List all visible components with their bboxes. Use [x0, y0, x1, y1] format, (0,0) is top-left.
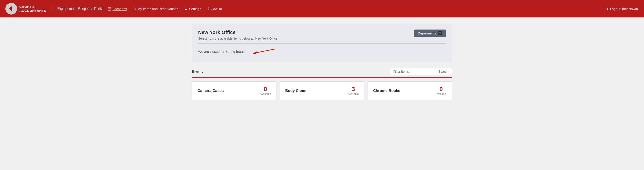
location-subtitle: Select from the available items below at…: [198, 37, 278, 40]
location-info: New York Office Select from the availabl…: [198, 29, 278, 40]
items-title: Items: [192, 69, 203, 74]
main-content: New York Office Select from the availabl…: [187, 17, 457, 107]
item-availability: 0 Available: [436, 86, 446, 95]
items-header: Items Search: [192, 68, 452, 78]
filter-input[interactable]: [390, 68, 435, 75]
notice-header: New York Office Select from the availabl…: [198, 29, 446, 40]
svg-marker-2: [253, 51, 257, 54]
logout-icon: ⊙: [605, 7, 608, 11]
item-name: Body Cams: [285, 88, 306, 93]
notice-card: New York Office Select from the availabl…: [192, 24, 452, 62]
item-available-label: Available: [260, 92, 271, 95]
item-count: 3: [348, 86, 358, 92]
header: CROFT'S ACCOUNTANTS Equipment Request Po…: [0, 0, 644, 17]
header-divider: [52, 4, 52, 13]
search-button[interactable]: Search: [435, 68, 452, 75]
item-available-label: Available: [436, 92, 446, 95]
header-nav: ☰ Locations ⊙ My Items and Reservations …: [108, 7, 222, 11]
arrow-annotation: [250, 47, 277, 56]
svg-line-1: [255, 49, 275, 53]
departments-badge: 1: [438, 31, 442, 35]
item-card[interactable]: Camera Cases 0 Available: [192, 82, 276, 100]
logout-link[interactable]: Logout: mcaslowitz: [610, 7, 638, 11]
departments-button[interactable]: Deparments 1: [414, 29, 446, 37]
logo-container: CROFT'S ACCOUNTANTS: [6, 3, 46, 14]
items-grid: Camera Cases 0 Available Body Cams 3 Ava…: [192, 82, 452, 100]
nav-howto[interactable]: ? How To: [208, 7, 222, 11]
item-name: Camera Cases: [198, 88, 224, 93]
item-count: 0: [260, 86, 271, 92]
notice-divider: [198, 43, 446, 44]
items-section: Items Search Camera Cases 0 Available Bo…: [192, 68, 452, 100]
nav-settings[interactable]: ⚙ Settings: [184, 7, 201, 11]
logo-icon: [6, 3, 17, 14]
logo-text: CROFT'S ACCOUNTANTS: [19, 5, 46, 13]
items-filter: Search: [390, 68, 452, 75]
item-name: Chrome Books: [373, 88, 400, 93]
item-card[interactable]: Body Cams 3 Available: [280, 82, 364, 100]
header-left: CROFT'S ACCOUNTANTS Equipment Request Po…: [6, 3, 222, 14]
header-right: ⊙ Logout: mcaslowitz: [605, 7, 638, 11]
notice-message: We are closed for Spring break.: [198, 47, 446, 56]
item-card[interactable]: Chrome Books 0 Available: [368, 82, 452, 100]
howto-icon: ?: [208, 7, 210, 11]
location-title: New York Office: [198, 29, 278, 35]
item-availability: 3 Available: [348, 86, 358, 95]
locations-icon: ☰: [108, 7, 111, 11]
nav-locations[interactable]: ☰ Locations: [108, 7, 127, 11]
item-availability: 0 Available: [260, 86, 271, 95]
portal-title: Equipment Request Portal: [57, 6, 104, 11]
settings-icon: ⚙: [184, 7, 188, 11]
item-available-label: Available: [348, 92, 358, 95]
my-items-icon: ⊙: [133, 7, 136, 11]
item-count: 0: [436, 86, 446, 92]
nav-my-items[interactable]: ⊙ My Items and Reservations: [133, 7, 178, 11]
svg-marker-0: [9, 6, 12, 11]
